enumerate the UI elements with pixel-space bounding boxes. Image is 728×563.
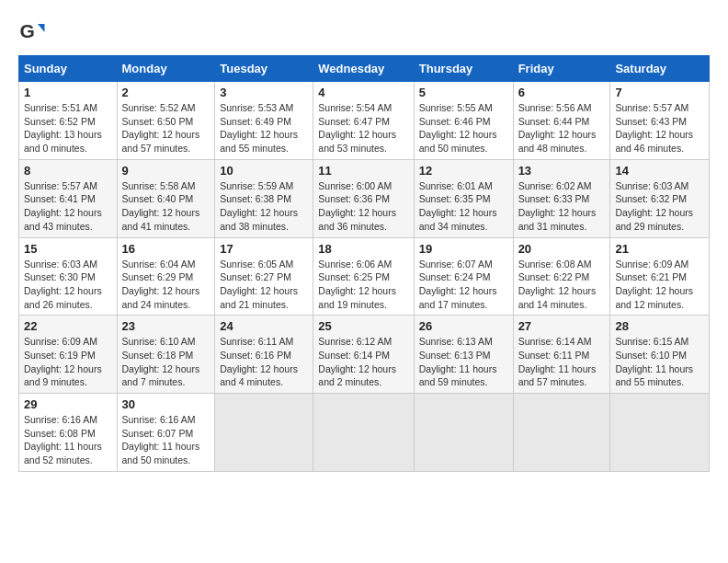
calendar-cell: 24Sunrise: 6:11 AMSunset: 6:16 PMDayligh…: [215, 316, 313, 394]
calendar-cell: 1Sunrise: 5:51 AMSunset: 6:52 PMDaylight…: [19, 82, 118, 160]
day-number: 28: [615, 319, 704, 333]
day-number: 11: [318, 164, 408, 178]
day-header-saturday: Saturday: [610, 56, 710, 82]
calendar-cell: [513, 394, 610, 472]
calendar-week-5: 29Sunrise: 6:16 AMSunset: 6:08 PMDayligh…: [19, 394, 710, 472]
calendar-cell: 13Sunrise: 6:02 AMSunset: 6:33 PMDayligh…: [513, 159, 610, 237]
day-number: 24: [220, 319, 308, 333]
calendar-cell: [610, 394, 710, 472]
day-number: 9: [122, 164, 210, 178]
page-header: G: [18, 18, 710, 46]
day-number: 16: [122, 242, 210, 256]
svg-text:G: G: [20, 20, 35, 41]
day-number: 13: [518, 164, 606, 178]
calendar-cell: 8Sunrise: 5:57 AMSunset: 6:41 PMDaylight…: [19, 159, 118, 237]
day-number: 4: [318, 86, 408, 99]
calendar-cell: 5Sunrise: 5:55 AMSunset: 6:46 PMDaylight…: [414, 82, 513, 160]
calendar-cell: 10Sunrise: 5:59 AMSunset: 6:38 PMDayligh…: [215, 159, 313, 237]
day-number: 30: [122, 397, 210, 411]
calendar-cell: 14Sunrise: 6:03 AMSunset: 6:32 PMDayligh…: [610, 159, 710, 237]
day-number: 27: [518, 319, 606, 333]
calendar-cell: 11Sunrise: 6:00 AMSunset: 6:36 PMDayligh…: [313, 159, 414, 237]
day-number: 1: [24, 86, 112, 99]
day-number: 15: [24, 242, 112, 256]
day-number: 14: [615, 164, 704, 178]
calendar-cell: 22Sunrise: 6:09 AMSunset: 6:19 PMDayligh…: [19, 316, 118, 394]
calendar-cell: 27Sunrise: 6:14 AMSunset: 6:11 PMDayligh…: [513, 316, 610, 394]
day-number: 19: [419, 242, 508, 256]
calendar-cell: 12Sunrise: 6:01 AMSunset: 6:35 PMDayligh…: [414, 159, 513, 237]
day-number: 29: [24, 397, 112, 411]
day-number: 6: [518, 86, 606, 99]
day-number: 18: [318, 242, 408, 256]
calendar-cell: 4Sunrise: 5:54 AMSunset: 6:47 PMDaylight…: [313, 82, 414, 160]
day-header-thursday: Thursday: [414, 56, 513, 82]
svg-marker-1: [38, 24, 45, 32]
calendar-week-2: 8Sunrise: 5:57 AMSunset: 6:41 PMDaylight…: [19, 159, 710, 237]
calendar-cell: 18Sunrise: 6:06 AMSunset: 6:25 PMDayligh…: [313, 237, 414, 316]
day-header-wednesday: Wednesday: [313, 56, 414, 82]
day-number: 20: [518, 242, 606, 256]
calendar-cell: 9Sunrise: 5:58 AMSunset: 6:40 PMDaylight…: [117, 159, 215, 237]
day-number: 26: [419, 319, 508, 333]
day-header-monday: Monday: [117, 56, 215, 82]
day-header-sunday: Sunday: [19, 56, 118, 82]
calendar-cell: 15Sunrise: 6:03 AMSunset: 6:30 PMDayligh…: [19, 237, 118, 316]
calendar-cell: 17Sunrise: 6:05 AMSunset: 6:27 PMDayligh…: [215, 237, 313, 316]
calendar-cell: 21Sunrise: 6:09 AMSunset: 6:21 PMDayligh…: [610, 237, 710, 316]
calendar-cell: 23Sunrise: 6:10 AMSunset: 6:18 PMDayligh…: [117, 316, 215, 394]
day-number: 8: [24, 164, 112, 178]
day-header-friday: Friday: [513, 56, 610, 82]
calendar-cell: 16Sunrise: 6:04 AMSunset: 6:29 PMDayligh…: [117, 237, 215, 316]
calendar-cell: 7Sunrise: 5:57 AMSunset: 6:43 PMDaylight…: [610, 82, 710, 160]
calendar-cell: 28Sunrise: 6:15 AMSunset: 6:10 PMDayligh…: [610, 316, 710, 394]
day-number: 23: [122, 319, 210, 333]
day-number: 12: [419, 164, 508, 178]
calendar-cell: 25Sunrise: 6:12 AMSunset: 6:14 PMDayligh…: [313, 316, 414, 394]
calendar-cell: 20Sunrise: 6:08 AMSunset: 6:22 PMDayligh…: [513, 237, 610, 316]
day-number: 2: [122, 86, 210, 99]
day-number: 3: [220, 86, 308, 99]
calendar-week-3: 15Sunrise: 6:03 AMSunset: 6:30 PMDayligh…: [19, 237, 710, 316]
calendar-cell: [313, 394, 414, 472]
logo: G: [18, 18, 50, 46]
day-number: 17: [220, 242, 308, 256]
calendar-cell: 6Sunrise: 5:56 AMSunset: 6:44 PMDaylight…: [513, 82, 610, 160]
day-header-tuesday: Tuesday: [215, 56, 313, 82]
calendar-cell: [414, 394, 513, 472]
calendar-cell: 26Sunrise: 6:13 AMSunset: 6:13 PMDayligh…: [414, 316, 513, 394]
calendar-cell: 29Sunrise: 6:16 AMSunset: 6:08 PMDayligh…: [19, 394, 118, 472]
calendar-week-1: 1Sunrise: 5:51 AMSunset: 6:52 PMDaylight…: [19, 82, 710, 160]
day-number: 21: [615, 242, 704, 256]
logo-icon: G: [18, 18, 46, 46]
calendar-cell: 19Sunrise: 6:07 AMSunset: 6:24 PMDayligh…: [414, 237, 513, 316]
calendar-cell: [215, 394, 313, 472]
day-number: 25: [318, 319, 408, 333]
calendar-cell: 30Sunrise: 6:16 AMSunset: 6:07 PMDayligh…: [117, 394, 215, 472]
day-number: 22: [24, 319, 112, 333]
day-number: 5: [419, 86, 508, 99]
day-number: 7: [615, 86, 704, 99]
calendar-week-4: 22Sunrise: 6:09 AMSunset: 6:19 PMDayligh…: [19, 316, 710, 394]
calendar-table: SundayMondayTuesdayWednesdayThursdayFrid…: [18, 55, 710, 472]
calendar-cell: 2Sunrise: 5:52 AMSunset: 6:50 PMDaylight…: [117, 82, 215, 160]
calendar-cell: 3Sunrise: 5:53 AMSunset: 6:49 PMDaylight…: [215, 82, 313, 160]
header-row: SundayMondayTuesdayWednesdayThursdayFrid…: [19, 56, 710, 82]
day-number: 10: [220, 164, 308, 178]
